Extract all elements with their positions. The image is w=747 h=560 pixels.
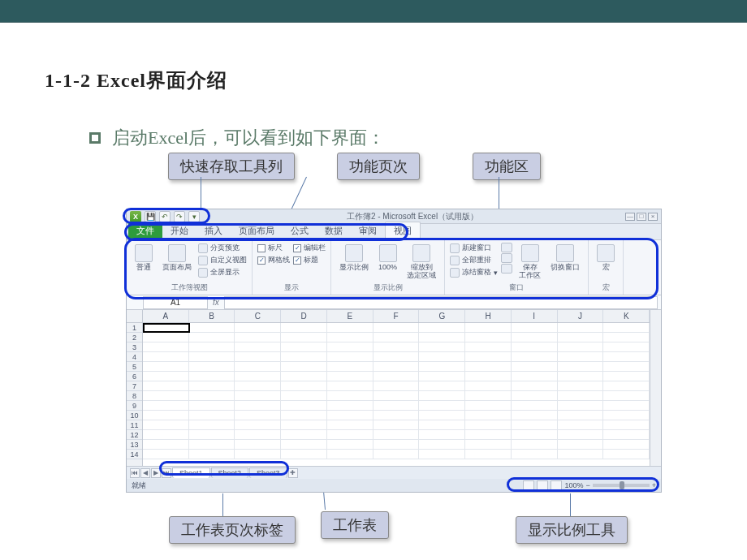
cell[interactable] <box>558 323 604 332</box>
cell[interactable] <box>327 450 374 459</box>
column-header[interactable]: G <box>419 310 465 322</box>
cell[interactable] <box>235 440 281 449</box>
cell[interactable] <box>143 440 189 449</box>
row-header[interactable]: 11 <box>127 420 142 430</box>
cell[interactable] <box>327 391 374 400</box>
cell[interactable] <box>374 420 420 429</box>
cell[interactable] <box>143 411 189 420</box>
cell[interactable] <box>327 342 374 351</box>
row-header[interactable]: 8 <box>127 391 142 401</box>
cell[interactable] <box>603 391 650 400</box>
maximize-icon[interactable]: □ <box>637 213 646 221</box>
cell[interactable] <box>512 342 558 351</box>
cell[interactable] <box>419 450 465 459</box>
column-header[interactable]: F <box>374 310 420 322</box>
undo-icon[interactable]: ↶ <box>159 211 171 222</box>
cell[interactable] <box>419 372 465 381</box>
column-header[interactable]: J <box>558 310 604 322</box>
cell[interactable] <box>235 333 281 342</box>
row-header[interactable]: 9 <box>127 401 142 411</box>
cell[interactable] <box>558 420 604 429</box>
cell[interactable] <box>374 411 420 420</box>
cell[interactable] <box>281 342 327 351</box>
tab-nav-first-icon[interactable]: ⏮ <box>130 468 140 478</box>
cell[interactable] <box>465 342 512 351</box>
cell[interactable] <box>143 342 189 351</box>
cell[interactable] <box>374 342 420 351</box>
cell[interactable] <box>465 450 512 459</box>
cell[interactable] <box>235 381 281 390</box>
cell[interactable] <box>189 430 235 439</box>
cell[interactable] <box>327 440 374 449</box>
cell[interactable] <box>327 420 374 429</box>
row-header[interactable]: 12 <box>127 430 142 440</box>
cell[interactable] <box>189 450 235 459</box>
cell[interactable] <box>603 401 650 410</box>
tab-review[interactable]: 审阅 <box>351 222 385 239</box>
cell[interactable] <box>558 430 604 439</box>
cell[interactable] <box>143 391 189 400</box>
cell[interactable] <box>281 450 327 459</box>
cell[interactable] <box>419 333 465 342</box>
cell[interactable] <box>419 430 465 439</box>
btn-arrange-all[interactable]: 全部重排 <box>450 255 498 265</box>
cell[interactable] <box>374 352 420 361</box>
cell[interactable] <box>603 440 650 449</box>
sheet-tab-1[interactable]: Sheet1 <box>172 467 210 478</box>
vertical-scrollbar[interactable] <box>650 310 661 466</box>
cell[interactable] <box>281 352 327 361</box>
btn-page-layout[interactable]: 页面布局 <box>159 243 195 274</box>
cell[interactable] <box>512 323 558 332</box>
cell[interactable] <box>512 333 558 342</box>
cell[interactable] <box>281 391 327 400</box>
zoom-thumb[interactable] <box>620 481 624 489</box>
cell[interactable] <box>143 372 189 381</box>
cell[interactable] <box>374 381 420 390</box>
cell[interactable] <box>281 381 327 390</box>
column-header[interactable]: I <box>512 310 558 322</box>
cell[interactable] <box>465 381 512 390</box>
unhide-icon[interactable] <box>501 264 512 274</box>
cell[interactable] <box>603 352 650 361</box>
cell[interactable] <box>327 372 374 381</box>
minimize-icon[interactable]: — <box>625 213 635 221</box>
tab-insert[interactable]: 插入 <box>196 222 231 239</box>
cell[interactable] <box>419 401 465 410</box>
btn-zoom[interactable]: 显示比例 <box>336 243 372 274</box>
row-header[interactable]: 7 <box>127 381 142 391</box>
cell[interactable] <box>374 372 420 381</box>
cell[interactable] <box>235 420 281 429</box>
cell[interactable] <box>558 381 604 390</box>
cell[interactable] <box>143 352 189 361</box>
cell[interactable] <box>189 391 235 400</box>
cell[interactable] <box>327 352 374 361</box>
cell[interactable] <box>281 430 327 439</box>
cell[interactable] <box>281 333 327 342</box>
row-header[interactable]: 13 <box>127 440 142 450</box>
cell[interactable] <box>189 401 235 410</box>
cell[interactable] <box>603 420 650 429</box>
tab-layout[interactable]: 页面布局 <box>231 222 283 239</box>
cell[interactable] <box>143 420 189 429</box>
cell[interactable] <box>189 323 235 332</box>
cell[interactable] <box>603 362 650 371</box>
cell[interactable] <box>235 342 281 351</box>
cell[interactable] <box>512 391 558 400</box>
cell[interactable] <box>512 411 558 420</box>
save-icon[interactable]: 💾 <box>145 211 156 222</box>
cell[interactable] <box>235 391 281 400</box>
row-header[interactable]: 6 <box>127 372 142 381</box>
cell[interactable] <box>189 440 235 449</box>
quick-access-toolbar[interactable]: X 💾 ↶ ↷ ▾ <box>130 211 200 222</box>
tab-nav-last-icon[interactable]: ⏭ <box>162 468 171 478</box>
hide-icon[interactable] <box>501 253 512 263</box>
cell[interactable] <box>419 420 465 429</box>
column-header[interactable]: K <box>603 310 650 322</box>
cell[interactable] <box>512 381 558 390</box>
btn-fullscreen[interactable]: 全屏显示 <box>198 267 247 278</box>
cell[interactable] <box>419 352 465 361</box>
cell[interactable] <box>558 450 604 459</box>
cell[interactable] <box>189 352 235 361</box>
cell[interactable] <box>143 401 189 410</box>
cell[interactable] <box>189 420 235 429</box>
